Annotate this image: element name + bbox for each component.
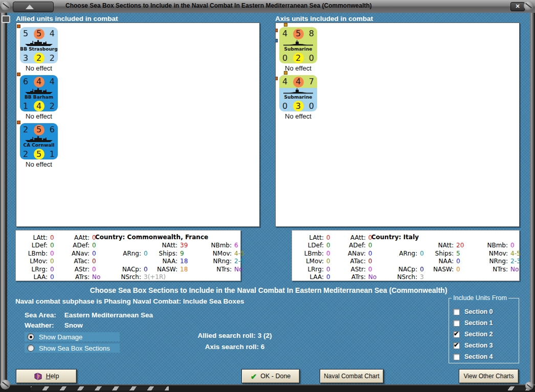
unit-counter[interactable]: 5 5 4 BB Strasbourg 3 2 — [20, 27, 58, 72]
stat-row: LDef:0ADef:0NAtt:20NBmb:0 — [295, 242, 519, 250]
stat-label: Ships: — [419, 250, 454, 257]
counter-bottom-values: 0 3 0 — [279, 101, 317, 111]
checkbox-box[interactable]: ✔ — [453, 320, 460, 327]
hazard-stripes — [31, 386, 169, 390]
stat-label: ARng: — [102, 250, 141, 257]
checkbox-box[interactable]: ✔ — [453, 354, 460, 360]
section-checkbox[interactable]: ✔ Section 2 — [453, 329, 493, 340]
stat-ldef: LDef:0 — [19, 242, 48, 249]
stat-atrs: ATrs:No — [334, 273, 366, 281]
section-checkbox-label: Section 3 — [464, 342, 493, 349]
counter-top-values: 2 5 6 — [20, 123, 58, 136]
screw-icon — [1, 1, 11, 11]
stat-value: 39 — [177, 242, 188, 249]
activity-marker-icon — [17, 121, 20, 124]
radio-icon[interactable] — [27, 333, 34, 340]
stat-value: 0 — [48, 273, 54, 281]
stat-label: NMov: — [471, 250, 508, 257]
ship-silhouette — [20, 88, 58, 95]
axis-panel-header: Axis units included in combat — [275, 15, 373, 22]
stat-label: ARng: — [378, 250, 417, 257]
stat-row: LMov:0ATac:0NAA:0NRng:2-3 — [295, 258, 519, 266]
ship-silhouette — [20, 136, 58, 143]
stat-value: 0 — [48, 250, 54, 257]
screw-icon — [1, 380, 10, 389]
stat-value: 3(+1R) — [141, 273, 166, 281]
checkbox-box[interactable]: ✔ — [453, 309, 460, 315]
system-menu-button[interactable] — [13, 2, 54, 12]
stat-nsrch: NSrch:3 — [378, 273, 417, 281]
section-checkbox[interactable]: ✔ Section 3 — [453, 340, 493, 351]
stat-value: 0 — [90, 258, 96, 265]
stat-label: LDef: — [19, 242, 48, 249]
stat-row: LRrg:0AStr:0NACp:0NASW:0NTrs:No — [295, 265, 519, 273]
display-option-radio[interactable]: Show Sea Box Sections — [25, 343, 120, 353]
screw-icon — [525, 382, 533, 390]
radio-icon[interactable] — [27, 344, 34, 352]
counter-face: 4 4 7 Submarine 0 3 0 — [279, 75, 317, 111]
stat-label: NRng: — [194, 258, 232, 265]
counter-bottom-values: 0 2 0 — [279, 53, 317, 63]
stat-aatt: AAtt:0 — [334, 234, 366, 241]
ship-silhouette — [279, 40, 317, 47]
game-window: Choose Sea Box Sections to Include in th… — [0, 0, 535, 392]
counter-bottom-values: 1 4 2 — [20, 101, 58, 111]
checkbox-box[interactable]: ✔ — [453, 342, 460, 349]
stat-label: AAtt: — [58, 234, 90, 241]
stat-value: 0 — [324, 234, 330, 241]
weather-label: Weather: — [25, 321, 62, 329]
unit-counter[interactable]: 4 4 7 Submarine 0 3 0 No effect — [279, 75, 317, 120]
stat-nsrch: NSrch:3(+1R) — [102, 273, 141, 281]
stat-value: 18 — [177, 266, 188, 273]
counter-top-values: 5 5 4 — [20, 27, 58, 40]
stat-value: 0 — [324, 250, 330, 257]
counter-top-values: 4 5 8 — [279, 27, 317, 40]
include-units-group: Include Units From ✔ Section 0 ✔ Section… — [449, 298, 519, 363]
help-button-label: Help — [46, 373, 59, 380]
stat-value: No — [232, 266, 242, 273]
stat-label: LDef: — [295, 242, 324, 249]
unit-counter[interactable]: 6 4 4 BB Barham 1 4 2 — [20, 75, 58, 120]
stat-lbmb: LBmb:0 — [19, 250, 48, 257]
help-button[interactable]: ? Help — [16, 369, 77, 383]
axis-units-panel: 4 5 8 Submarine 0 2 0 No effect — [275, 22, 520, 227]
stat-value: 0 — [324, 242, 330, 249]
unit-counter[interactable]: 2 5 6 CA Cornwall 2 5 — [20, 123, 58, 168]
stat-arng: ARng:0 — [378, 250, 417, 257]
stat-label: NBmb: — [194, 242, 232, 249]
sea-area-label: Sea Area: — [25, 311, 62, 319]
counter-face: 5 5 4 BB Strasbourg 3 2 — [20, 27, 58, 63]
unit-name: Submarine — [279, 95, 317, 101]
include-units-group-label: Include Units From — [452, 294, 508, 302]
stat-label: LAA: — [295, 273, 324, 281]
naval-combat-chart-button[interactable]: Naval Combat Chart — [320, 369, 384, 383]
unit-counter[interactable]: 4 5 8 Submarine 0 2 0 No effect — [279, 27, 317, 72]
side-marker-icon — [275, 29, 278, 32]
naval-combat-chart-label: Naval Combat Chart — [324, 373, 380, 380]
stat-value: 0 — [324, 266, 330, 273]
stat-row: LMov:0ATac:0NAA:18NRng:2-5 — [19, 258, 240, 266]
counter-bottom-values: 2 5 1 — [20, 149, 58, 159]
ok-done-button[interactable]: ✔ OK - Done — [241, 369, 300, 383]
right-frame-edge — [530, 13, 535, 384]
section-checkbox[interactable]: ✔ Section 1 — [453, 317, 493, 329]
stat-nmov: NMov:4-5 — [471, 250, 508, 257]
stat-label: NAtt: — [143, 242, 177, 249]
stat-label: AStr: — [58, 266, 90, 273]
stat-aatt: AAtt:0 — [58, 234, 90, 241]
stat-ships: Ships:5 — [419, 250, 454, 257]
stat-label: LAtt: — [19, 234, 48, 241]
section-checkbox[interactable]: ✔ Section 4 — [453, 351, 493, 362]
stat-value: 0 — [454, 266, 460, 273]
section-checkbox[interactable]: ✔ Section 0 — [453, 306, 493, 317]
view-other-charts-button[interactable]: View Other Charts — [459, 369, 519, 383]
allied-panel-header: Allied units included in combat — [16, 15, 118, 22]
stat-value: 6 — [232, 242, 238, 249]
checkbox-box[interactable]: ✔ — [453, 331, 460, 338]
allied-search-roll-value: 3 (2) — [258, 332, 272, 339]
close-button[interactable]: ✕ — [510, 2, 525, 11]
stat-row: LAtt:0AAtt:0Country: Commonwealth, Franc… — [19, 234, 240, 242]
display-option-radio[interactable]: Show Damage — [25, 332, 120, 341]
allied-search-roll: Allied search roll: 3 (2) — [161, 332, 309, 343]
counter-face: 4 5 8 Submarine 0 2 0 — [279, 27, 317, 63]
